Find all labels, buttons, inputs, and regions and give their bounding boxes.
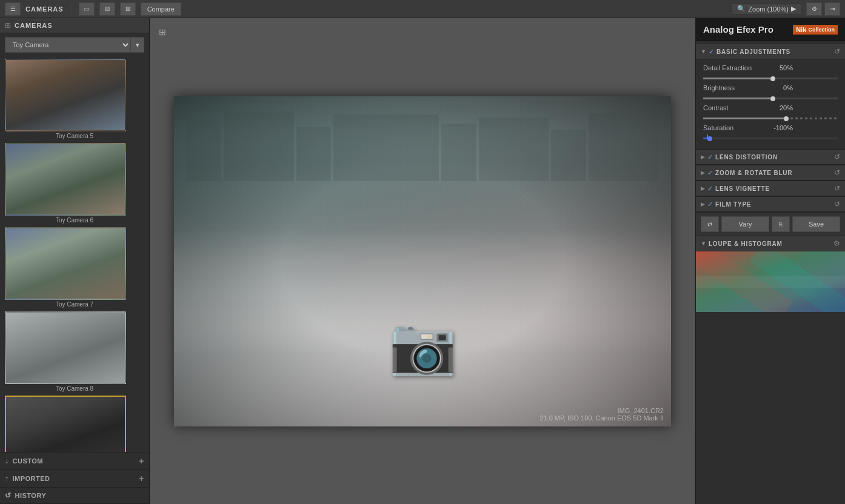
thumb-item-9[interactable]: 📷 Toy Camera 9	[5, 396, 144, 452]
thumb-img-9: 📷	[5, 396, 126, 452]
saturation-slider-row	[703, 138, 838, 139]
detail-extraction-slider-row	[703, 78, 838, 79]
brightness-slider-row	[703, 98, 838, 99]
brightness-track[interactable]	[703, 98, 838, 99]
canvas-area: ⊞ 📷	[150, 18, 695, 504]
photo-info: IMG_2401.CR2 21.0 MP, ISO 100, Canon EOS…	[539, 407, 664, 422]
contrast-track[interactable]	[703, 118, 838, 119]
left-sidebar: ⊞ CAMERAS Toy Camera ▾ 📷 Toy Camera 5	[0, 18, 150, 504]
main-layout: ⊞ CAMERAS Toy Camera ▾ 📷 Toy Camera 5	[0, 18, 845, 504]
photo-metadata: 21.0 MP, ISO 100, Canon EOS 5D Mark II	[539, 414, 664, 422]
canvas-inner: ⊞ 📷	[150, 18, 695, 504]
contrast-slider-row	[703, 118, 838, 119]
expand-icon: ⊞	[159, 27, 166, 37]
detail-extraction-track[interactable]	[703, 78, 838, 79]
saturation-track[interactable]	[703, 138, 838, 139]
thumbnail-list: 📷 Toy Camera 5 📷 Toy Camera 6 📷	[0, 56, 149, 452]
photo-canvas: 📷 IMG_2401.CR2 21.0 MP, ISO 100, Canon E…	[174, 96, 671, 426]
photo-filename: IMG_2401.CR2	[539, 407, 664, 414]
